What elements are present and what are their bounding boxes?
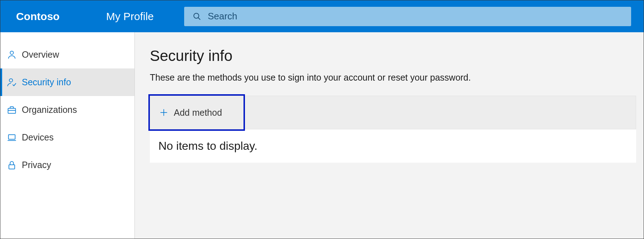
- sidebar-item-overview[interactable]: Overview: [0, 41, 134, 68]
- svg-rect-8: [9, 164, 15, 169]
- svg-line-1: [198, 18, 200, 20]
- svg-rect-4: [8, 108, 16, 113]
- page-title: Security info: [150, 47, 644, 64]
- briefcase-icon: [7, 105, 17, 115]
- items-list-empty: No items to display.: [150, 129, 636, 163]
- brand-logo: Contoso: [16, 10, 60, 23]
- sidebar-item-label: Security info: [22, 77, 71, 87]
- person-check-icon: [7, 77, 17, 87]
- sidebar-item-label: Devices: [22, 132, 54, 143]
- header: Contoso My Profile: [0, 0, 644, 32]
- sidebar-item-organizations[interactable]: Organizations: [0, 96, 134, 124]
- person-icon: [7, 50, 17, 60]
- main-content: Security info These are the methods you …: [135, 32, 644, 239]
- sidebar-item-label: Organizations: [22, 105, 77, 115]
- add-method-button[interactable]: Add method: [150, 97, 242, 128]
- sidebar-item-label: Overview: [22, 49, 59, 60]
- lock-icon: [7, 160, 17, 170]
- sidebar-item-label: Privacy: [22, 160, 51, 170]
- plus-icon: [159, 107, 169, 118]
- svg-point-0: [194, 13, 199, 18]
- sidebar-item-devices[interactable]: Devices: [0, 124, 134, 151]
- add-method-bar: Add method: [150, 96, 636, 129]
- add-method-label: Add method: [174, 107, 222, 118]
- profile-title: My Profile: [106, 10, 154, 23]
- laptop-icon: [7, 133, 17, 143]
- sidebar: Overview Security info Organizations: [0, 32, 135, 239]
- svg-rect-6: [9, 134, 15, 139]
- search-container[interactable]: [184, 7, 631, 26]
- sidebar-item-privacy[interactable]: Privacy: [0, 151, 134, 179]
- sidebar-item-security-info[interactable]: Security info: [0, 68, 134, 96]
- search-input[interactable]: [208, 11, 631, 22]
- svg-point-2: [10, 51, 13, 54]
- page-subtitle: These are the methods you use to sign in…: [150, 72, 644, 83]
- body-container: Overview Security info Organizations: [0, 32, 644, 239]
- search-icon: [193, 12, 201, 21]
- svg-point-3: [9, 78, 13, 82]
